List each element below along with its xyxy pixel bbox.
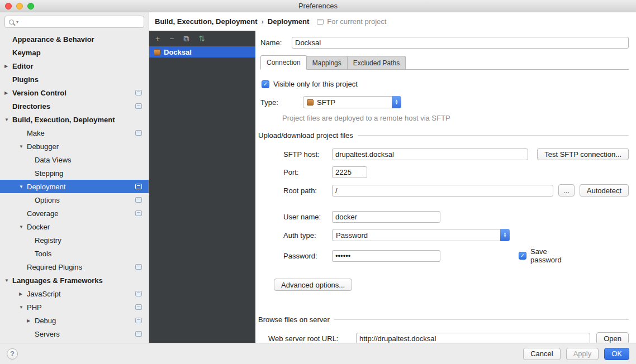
checkbox-checked-icon: ✓	[262, 80, 269, 88]
name-label: Name:	[260, 39, 292, 47]
sidebar-item-languages-frameworks[interactable]: ▼Languages & Frameworks	[0, 274, 149, 287]
tab-mappings[interactable]: Mappings	[306, 56, 348, 69]
autodetect-button[interactable]: Autodetect	[580, 184, 629, 197]
sidebar-item-version-control[interactable]: ▶Version Control	[0, 86, 149, 99]
project-context: For current project	[317, 17, 386, 26]
chevron-down-icon[interactable]: ▼	[19, 305, 27, 310]
breadcrumb: Build, Execution, Deployment › Deploymen…	[149, 12, 636, 31]
copy-icon[interactable]: ⧉	[183, 35, 189, 42]
sidebar-item-required-plugins[interactable]: Required Plugins	[0, 260, 149, 274]
chevron-down-icon[interactable]: ▼	[4, 278, 12, 283]
tab-excluded-paths[interactable]: Excluded Paths	[347, 56, 406, 69]
sidebar-item-directories[interactable]: Directories	[0, 99, 149, 113]
browse-root-path-button[interactable]: ...	[558, 184, 575, 197]
port-field[interactable]	[332, 166, 367, 178]
sidebar-item-stepping[interactable]: Stepping	[0, 166, 149, 180]
root-path-field[interactable]	[332, 185, 553, 197]
user-name-field[interactable]	[332, 211, 440, 223]
sidebar-item-label: Tools	[35, 250, 51, 258]
cancel-button[interactable]: Cancel	[523, 348, 560, 360]
deployment-body: + − ⧉ ⇅ Docksal Name:	[149, 31, 636, 343]
sync-icon[interactable]: ⇅	[198, 35, 205, 42]
browse-section-header: Browse files on server	[258, 315, 629, 324]
advanced-options-button[interactable]: Advanced options...	[274, 279, 352, 291]
search-input[interactable]: ▾	[4, 16, 144, 28]
apply-button[interactable]: Apply	[566, 348, 599, 360]
sidebar-item-tools[interactable]: Tools	[0, 247, 149, 260]
sidebar-item-appearance-behavior[interactable]: Appearance & Behavior	[0, 32, 149, 46]
sidebar-item-docker[interactable]: ▼Docker	[0, 220, 149, 233]
sidebar-item-build-execution-deployment[interactable]: ▼Build, Execution, Deployment	[0, 113, 149, 126]
sidebar-item-coverage[interactable]: Coverage	[0, 207, 149, 220]
sidebar-item-label: Version Control	[12, 89, 67, 97]
chevron-right-icon[interactable]: ▶	[27, 318, 35, 323]
breadcrumb-part-parent[interactable]: Build, Execution, Deployment	[155, 17, 257, 26]
auth-type-row: Auth type: Password ▲ ▼	[283, 229, 629, 241]
server-item-docksal[interactable]: Docksal	[149, 46, 255, 58]
section-divider	[334, 319, 629, 320]
visible-only-checkbox[interactable]: ✓ Visible only for this project	[262, 80, 629, 88]
sidebar-item-editor[interactable]: ▶Editor	[0, 59, 149, 73]
sidebar-item-plugins[interactable]: Plugins	[0, 73, 149, 86]
user-name-label: User name:	[283, 213, 332, 221]
preferences-window: Preferences ▾ Appearance & BehaviorKeyma…	[0, 0, 636, 364]
current-project-icon	[317, 19, 324, 25]
search-options-caret-icon[interactable]: ▾	[16, 20, 18, 25]
sidebar-item-debugger[interactable]: ▼Debugger	[0, 140, 149, 153]
sidebar-item-make[interactable]: Make	[0, 126, 149, 140]
sidebar-item-deployment[interactable]: ▼Deployment	[0, 180, 149, 193]
traffic-lights	[5, 0, 34, 12]
chevron-right-icon[interactable]: ▶	[4, 90, 12, 95]
sidebar-item-label: Options	[35, 196, 60, 204]
test-sftp-connection-button[interactable]: Test SFTP connection...	[537, 148, 629, 160]
sidebar-item-label: Data Views	[35, 156, 72, 164]
auth-type-select[interactable]: Password ▲ ▼	[332, 229, 510, 241]
tab-connection[interactable]: Connection	[260, 55, 307, 70]
project-settings-icon	[135, 331, 142, 337]
sidebar-item-label: JavaScript	[27, 290, 61, 298]
chevron-down-icon[interactable]: ▼	[19, 144, 27, 149]
deployment-form: Name: Connection Mappings Excluded Paths…	[255, 31, 636, 343]
type-hint: Project files are deployed to a remote h…	[282, 114, 629, 122]
project-settings-icon	[135, 184, 142, 189]
sidebar-item-data-views[interactable]: Data Views	[0, 153, 149, 166]
sidebar-item-label: Debug	[35, 317, 56, 325]
chevron-down-icon[interactable]: ▼	[19, 184, 27, 189]
save-password-checkbox[interactable]: ✓ Save password	[519, 247, 567, 264]
upload-section-title: Upload/download project files	[258, 131, 353, 140]
help-button[interactable]: ?	[7, 348, 18, 360]
sidebar-item-javascript[interactable]: ▶JavaScript	[0, 287, 149, 300]
close-button[interactable]	[5, 3, 12, 9]
sidebar-item-label: Registry	[35, 236, 61, 245]
port-row: Port:	[283, 166, 629, 178]
password-field[interactable]	[332, 250, 440, 262]
sidebar-item-php[interactable]: ▼PHP	[0, 300, 149, 314]
breadcrumb-part-current[interactable]: Deployment	[268, 17, 309, 26]
add-icon[interactable]: +	[155, 35, 160, 42]
sftp-icon	[307, 99, 314, 106]
web-root-row: Web server root URL: Open	[268, 332, 629, 343]
sidebar-item-debug[interactable]: ▶Debug	[0, 314, 149, 327]
minimize-button[interactable]	[16, 3, 23, 9]
sidebar-item-registry[interactable]: Registry	[0, 233, 149, 247]
chevron-down-icon[interactable]: ▼	[19, 224, 27, 229]
ok-button[interactable]: OK	[604, 348, 629, 360]
sidebar-item-label: Keymap	[12, 49, 41, 57]
web-root-field[interactable]	[356, 333, 590, 343]
sidebar-item-label: Deployment	[27, 183, 65, 191]
name-field[interactable]	[292, 37, 629, 49]
zoom-button[interactable]	[27, 3, 34, 9]
footer-bar: ? Cancel Apply OK	[0, 343, 636, 364]
chevron-down-icon[interactable]: ▼	[4, 117, 12, 122]
open-button[interactable]: Open	[596, 332, 629, 343]
type-select[interactable]: SFTP ▲ ▼	[303, 96, 401, 108]
sidebar-item-servers[interactable]: Servers	[0, 327, 149, 341]
sidebar-item-options[interactable]: Options	[0, 193, 149, 207]
remove-icon[interactable]: −	[169, 35, 174, 42]
name-row: Name:	[260, 37, 629, 49]
chevron-right-icon[interactable]: ▶	[4, 64, 12, 69]
chevron-right-icon[interactable]: ▶	[19, 291, 27, 296]
sftp-server-icon	[154, 49, 160, 55]
sftp-host-field[interactable]	[332, 149, 528, 160]
sidebar-item-keymap[interactable]: Keymap	[0, 46, 149, 59]
